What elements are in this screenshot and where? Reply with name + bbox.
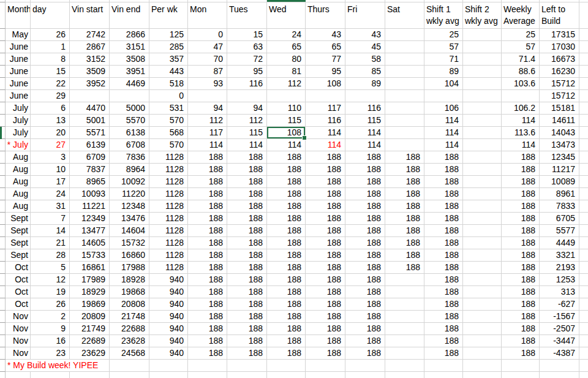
cell-wed[interactable]: 188 bbox=[267, 237, 306, 249]
cell-vin_end[interactable]: 3508 bbox=[110, 53, 149, 66]
cell-tue[interactable]: 188 bbox=[227, 311, 267, 323]
cell-month[interactable]: Sept bbox=[6, 213, 31, 225]
cell-fri[interactable]: 188 bbox=[345, 176, 385, 188]
cell-thu[interactable]: 188 bbox=[306, 311, 345, 323]
cell-tue[interactable]: 188 bbox=[227, 237, 267, 249]
cell-tue[interactable]: 188 bbox=[227, 249, 267, 262]
cell-mon[interactable]: 188 bbox=[188, 286, 227, 298]
cell-per_wk[interactable]: 443 bbox=[149, 66, 188, 78]
cell-day[interactable]: 13 bbox=[31, 115, 70, 127]
cell-shift1[interactable]: 188 bbox=[424, 237, 463, 249]
cell-per_wk[interactable]: 1128 bbox=[149, 213, 188, 225]
cell-mon[interactable]: 188 bbox=[188, 347, 227, 360]
cell-shift2[interactable] bbox=[463, 347, 502, 360]
cell-left[interactable]: 6705 bbox=[540, 213, 579, 225]
row-header-stub[interactable] bbox=[0, 164, 6, 176]
cell-sat[interactable] bbox=[385, 41, 424, 53]
cell-per_wk[interactable]: 531 bbox=[149, 102, 188, 115]
cell-tue[interactable]: 15 bbox=[227, 29, 267, 41]
cell-weekly[interactable]: 114 bbox=[502, 115, 540, 127]
cell-month[interactable]: July bbox=[6, 102, 31, 115]
cell-shift1[interactable]: 188 bbox=[424, 213, 463, 225]
cell-month[interactable]: Sept bbox=[6, 225, 31, 237]
cell-fri[interactable]: 114 bbox=[345, 127, 385, 139]
cell-vin_start[interactable]: 12349 bbox=[70, 213, 110, 225]
cell-mon[interactable]: 87 bbox=[188, 66, 227, 78]
cell-mon[interactable]: 188 bbox=[188, 151, 227, 164]
cell-shift2[interactable] bbox=[463, 41, 502, 53]
cell-vin_end[interactable]: 2866 bbox=[110, 29, 149, 41]
cell-mon[interactable]: 188 bbox=[188, 262, 227, 274]
cell-month[interactable]: May bbox=[6, 29, 31, 41]
cell-per_wk[interactable]: 568 bbox=[149, 127, 188, 139]
cell-vin_start[interactable] bbox=[70, 90, 110, 102]
cell-day[interactable]: 20 bbox=[31, 127, 70, 139]
cell-weekly[interactable]: 57 bbox=[502, 41, 540, 53]
cell-day[interactable]: 15 bbox=[31, 66, 70, 78]
cell-tue[interactable]: 188 bbox=[227, 262, 267, 274]
cell-thu[interactable]: 188 bbox=[306, 225, 345, 237]
cell-fri[interactable]: 188 bbox=[345, 323, 385, 335]
cell-sat[interactable]: 188 bbox=[385, 176, 424, 188]
cell-wed[interactable]: 112 bbox=[267, 78, 306, 90]
cell-fri[interactable]: 188 bbox=[345, 188, 385, 200]
cell-mon[interactable]: 112 bbox=[188, 115, 227, 127]
header-cell-vin_start[interactable]: Vin start bbox=[70, 2, 110, 29]
cell-tue[interactable]: 115 bbox=[227, 127, 267, 139]
row-header-stub[interactable] bbox=[0, 249, 6, 262]
cell-weekly[interactable]: 188 bbox=[502, 311, 540, 323]
cell-fri[interactable]: 188 bbox=[345, 225, 385, 237]
cell-shift1[interactable]: 25 bbox=[424, 29, 463, 41]
cell-shift1[interactable]: 114 bbox=[424, 127, 463, 139]
cell-weekly[interactable]: 25 bbox=[502, 29, 540, 41]
cell-fri[interactable]: 43 bbox=[345, 29, 385, 41]
cell-left[interactable]: 13473 bbox=[540, 139, 579, 151]
cell-wed[interactable]: 188 bbox=[267, 347, 306, 360]
cell-vin_start[interactable]: 21749 bbox=[70, 323, 110, 335]
row-header-stub[interactable] bbox=[0, 274, 6, 286]
cell-vin_end[interactable] bbox=[110, 90, 149, 102]
row-header-stub[interactable] bbox=[0, 29, 6, 41]
cell-vin_start[interactable]: 6709 bbox=[70, 151, 110, 164]
cell-vin_end[interactable]: 3951 bbox=[110, 66, 149, 78]
cell-vin_start[interactable]: 11221 bbox=[70, 200, 110, 213]
cell-per_wk[interactable]: 1128 bbox=[149, 164, 188, 176]
cell-month[interactable]: Sept bbox=[6, 237, 31, 249]
cell-mon[interactable]: 114 bbox=[188, 139, 227, 151]
row-header-stub[interactable] bbox=[0, 188, 6, 200]
row-header-stub[interactable] bbox=[0, 139, 6, 151]
cell-per_wk[interactable]: 570 bbox=[149, 115, 188, 127]
cell-shift1[interactable]: 188 bbox=[424, 164, 463, 176]
header-cell-weekly[interactable]: WeeklyAverage bbox=[502, 2, 540, 29]
cell-tue[interactable]: 188 bbox=[227, 335, 267, 347]
cell-month[interactable]: Oct bbox=[6, 262, 31, 274]
cell-per_wk[interactable]: 940 bbox=[149, 335, 188, 347]
cell-shift1[interactable]: 57 bbox=[424, 41, 463, 53]
cell-vin_end[interactable]: 22688 bbox=[110, 323, 149, 335]
cell-mon[interactable]: 188 bbox=[188, 298, 227, 311]
cell-wed[interactable]: 24 bbox=[267, 29, 306, 41]
cell-wed[interactable]: 188 bbox=[267, 213, 306, 225]
cell-vin_start[interactable]: 3952 bbox=[70, 78, 110, 90]
cell-month[interactable]: June bbox=[6, 53, 31, 66]
cell-left[interactable]: 10089 bbox=[540, 176, 579, 188]
cell-thu[interactable]: 65 bbox=[306, 41, 345, 53]
cell-vin_end[interactable]: 19868 bbox=[110, 286, 149, 298]
cell-weekly[interactable]: 188 bbox=[502, 335, 540, 347]
cell-thu[interactable]: 188 bbox=[306, 213, 345, 225]
cell-shift1[interactable]: 104 bbox=[424, 78, 463, 90]
cell-day[interactable]: 26 bbox=[31, 29, 70, 41]
cell-day[interactable]: 26 bbox=[31, 298, 70, 311]
cell-day[interactable]: 1 bbox=[31, 41, 70, 53]
cell-fri[interactable]: 188 bbox=[345, 274, 385, 286]
cell-month[interactable]: Nov bbox=[6, 323, 31, 335]
cell-mon[interactable]: 94 bbox=[188, 102, 227, 115]
cell-per_wk[interactable]: 1128 bbox=[149, 176, 188, 188]
cell-mon[interactable]: 188 bbox=[188, 323, 227, 335]
cell-month[interactable]: July bbox=[6, 127, 31, 139]
header-cell-mon[interactable]: Mon bbox=[188, 2, 227, 29]
cell-month[interactable]: Nov bbox=[6, 335, 31, 347]
cell-tue[interactable]: 116 bbox=[227, 78, 267, 90]
cell-left[interactable]: 5577 bbox=[540, 225, 579, 237]
row-header-stub[interactable] bbox=[0, 151, 6, 164]
